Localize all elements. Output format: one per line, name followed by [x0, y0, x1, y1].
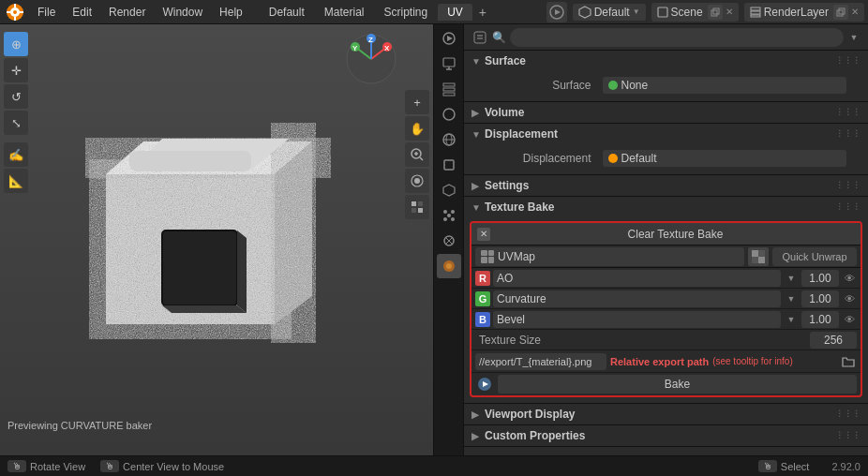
export-path-input[interactable]: //export/T_{material}.png	[475, 353, 606, 370]
move-tool[interactable]: ✛	[4, 58, 28, 82]
bevel-dropdown-icon[interactable]: ▼	[784, 312, 799, 327]
settings-section-header[interactable]: ▶ Settings ⋮⋮⋮	[464, 175, 868, 196]
displacement-section-header[interactable]: ▼ Displacement ⋮⋮⋮	[464, 124, 868, 144]
physics-tab[interactable]	[437, 229, 461, 253]
svg-point-42	[414, 178, 420, 184]
svg-rect-52	[443, 83, 455, 86]
properties-panel: 🔍 ▼ ▼ Surface ⋮⋮⋮ Surface	[433, 24, 868, 455]
center-view-label: Center View to Mouse	[123, 461, 224, 472]
output-props-tab[interactable]	[437, 52, 461, 76]
add-workspace-button[interactable]: +	[473, 3, 492, 22]
displacement-value-field[interactable]: Default	[603, 150, 846, 167]
viewport-display-section: ▶ Viewport Display ⋮⋮⋮	[464, 404, 868, 425]
workspace-tab-uv[interactable]: UV	[438, 4, 472, 21]
surface-prop-row: Surface None	[464, 75, 868, 96]
render-preview-btn[interactable]	[405, 169, 429, 193]
texture-bake-dots-icon: ⋮⋮⋮	[835, 202, 861, 212]
texture-size-value[interactable]: 256	[810, 332, 857, 349]
rotate-view-label: Rotate View	[30, 461, 85, 472]
curvature-eye-icon[interactable]: 👁	[842, 291, 857, 306]
svg-rect-49	[443, 58, 455, 67]
texture-bake-close-btn[interactable]: ✕	[477, 228, 490, 241]
svg-rect-23	[162, 231, 237, 305]
svg-marker-25	[237, 231, 247, 313]
properties-search-input[interactable]	[510, 28, 844, 47]
prop-search-bar: 🔍 ▼	[464, 24, 868, 51]
curvature-value[interactable]: 1.00	[801, 290, 839, 307]
texture-bake-section-header[interactable]: ▼ Texture Bake ⋮⋮⋮	[464, 197, 868, 217]
quick-unwrap-btn[interactable]: Quick Unwrap	[772, 247, 857, 266]
render-layer-selector[interactable]: RenderLayer ✕	[744, 3, 864, 22]
svg-rect-76	[752, 257, 758, 263]
menu-help[interactable]: Help	[212, 4, 250, 21]
viewport-area: Y X Z ⊕ ✛ ↺ ⤡ ✍ 📐	[0, 24, 433, 455]
engine-selector[interactable]: Default ▼	[573, 4, 646, 21]
axis-gizmo[interactable]: Y X Z	[346, 34, 397, 85]
export-path-folder-icon[interactable]	[840, 353, 857, 370]
zoom-btn[interactable]	[405, 142, 429, 167]
mouse-icon: 🖱	[7, 460, 26, 472]
view-layer-tab[interactable]	[437, 77, 461, 101]
annotate-tool[interactable]: ✍	[4, 142, 28, 167]
pan-view-btn[interactable]: ✋	[405, 116, 429, 141]
volume-section-header[interactable]: ▶ Volume ⋮⋮⋮	[464, 102, 868, 123]
search-dropdown-icon[interactable]: ▼	[847, 31, 861, 44]
blender-logo[interactable]	[4, 1, 26, 23]
bevel-channel-name[interactable]: Bevel	[493, 311, 781, 328]
surface-value-field[interactable]: None	[603, 77, 846, 94]
ao-value[interactable]: 1.00	[801, 270, 839, 287]
rl-close-icon[interactable]: ✕	[851, 7, 859, 17]
scene-close-icon[interactable]: ✕	[726, 7, 733, 17]
object-tab[interactable]	[437, 153, 461, 177]
rl-copy-icon[interactable]	[833, 5, 848, 20]
bevel-value[interactable]: 1.00	[801, 311, 839, 328]
properties-content-area: 🔍 ▼ ▼ Surface ⋮⋮⋮ Surface	[464, 24, 868, 455]
menu-render[interactable]: Render	[101, 4, 153, 21]
custom-properties-header[interactable]: ▶ Custom Properties ⋮⋮⋮	[464, 425, 868, 446]
scene-selector[interactable]: Scene ✕	[651, 3, 739, 22]
svg-text:X: X	[384, 44, 390, 52]
svg-rect-14	[751, 11, 760, 14]
bake-button[interactable]: Bake	[498, 375, 857, 394]
rotate-tool[interactable]: ↺	[4, 84, 28, 109]
curvature-channel-name[interactable]: Curvature	[493, 290, 781, 307]
viewport-shading-btn[interactable]	[405, 195, 429, 219]
bevel-eye-icon[interactable]: 👁	[842, 312, 857, 327]
surface-arrow-icon: ▼	[471, 56, 481, 67]
displacement-prop-row: Displacement Default	[464, 148, 868, 169]
viewport-display-header[interactable]: ▶ Viewport Display ⋮⋮⋮	[464, 404, 868, 424]
curvature-dropdown-icon[interactable]: ▼	[784, 291, 799, 306]
add-object-btn[interactable]: +	[405, 90, 429, 114]
menu-edit[interactable]: Edit	[65, 4, 99, 21]
workspace-tab-default[interactable]: Default	[260, 4, 314, 21]
clear-texture-bake-title: Clear Texture Bake	[496, 228, 855, 241]
surface-section-header[interactable]: ▼ Surface ⋮⋮⋮	[464, 51, 868, 71]
modifier-tab[interactable]	[437, 178, 461, 202]
svg-rect-73	[752, 250, 758, 257]
render-props-tab[interactable]	[437, 26, 461, 51]
viewport-info-text: Previewing CURVATURE baker	[7, 420, 152, 431]
cursor-tool[interactable]: ⊕	[4, 32, 28, 56]
viewport-display-dots-icon: ⋮⋮⋮	[835, 409, 861, 419]
uvmap-checker-icon[interactable]	[748, 247, 769, 266]
particles-tab[interactable]	[437, 203, 461, 228]
bevel-channel-letter: B	[475, 312, 490, 327]
measure-tool[interactable]: 📐	[4, 169, 28, 193]
ao-dropdown-icon[interactable]: ▼	[784, 271, 799, 286]
menu-file[interactable]: File	[30, 4, 63, 21]
animation-icon[interactable]	[546, 2, 567, 22]
scene-icon-copy[interactable]	[708, 5, 723, 20]
menu-window[interactable]: Window	[155, 4, 210, 21]
workspace-tab-material[interactable]: Material	[315, 4, 374, 21]
workspace-tab-scripting[interactable]: Scripting	[374, 4, 437, 21]
displacement-arrow-icon: ▼	[471, 129, 481, 140]
ao-channel-name[interactable]: AO	[493, 270, 781, 287]
ao-eye-icon[interactable]: 👁	[842, 271, 857, 286]
world-tab[interactable]	[437, 127, 461, 152]
svg-rect-10	[658, 7, 667, 17]
volume-section-label: Volume	[485, 106, 524, 119]
uvmap-field[interactable]: UVMap	[475, 247, 744, 266]
scene-props-tab[interactable]	[437, 102, 461, 126]
scale-tool[interactable]: ⤡	[4, 111, 28, 135]
constraint-tab[interactable]	[437, 254, 461, 278]
